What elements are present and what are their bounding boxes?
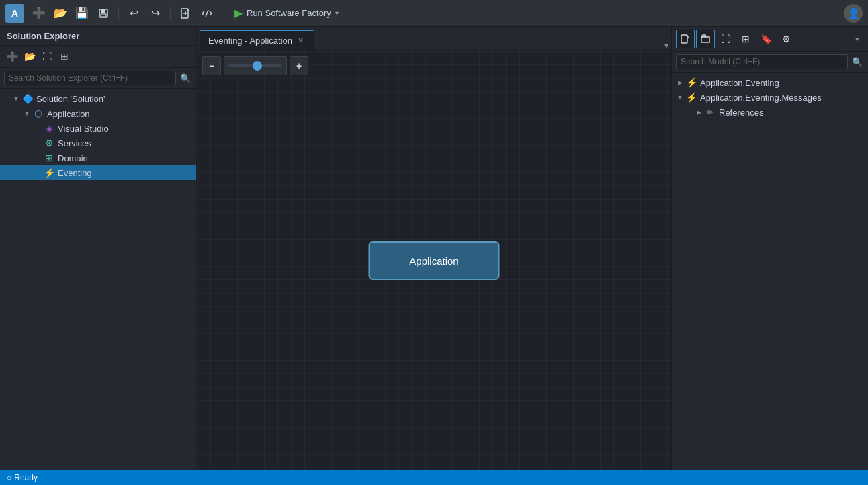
status-label: Ready — [14, 473, 38, 482]
model-fullscreen-button[interactable]: ⛶ — [716, 30, 735, 48]
tab-bar: Eventing - Application ✕ ▾ — [197, 27, 671, 51]
tab-label: Eventing - Application — [208, 36, 292, 46]
references-arrow: ▶ — [693, 107, 704, 118]
application-node-label: Application — [409, 255, 458, 267]
canvas-grid: Application — [197, 51, 671, 470]
application-node[interactable]: Application — [369, 241, 500, 280]
app-logo: A — [5, 4, 24, 23]
user-avatar[interactable]: 👤 — [844, 4, 863, 23]
model-open-button[interactable] — [696, 30, 715, 48]
tab-eventing-application[interactable]: Eventing - Application ✕ — [200, 30, 314, 50]
sidebar-search-button[interactable]: 🔍 — [179, 71, 192, 85]
services-label: Services — [58, 138, 91, 148]
svg-rect-1 — [101, 9, 105, 13]
new-item-button[interactable] — [176, 4, 195, 23]
solution-explorer-header: Solution Explorer — [0, 27, 196, 46]
services-icon: ⚙ — [43, 137, 55, 149]
save-all-button[interactable] — [94, 4, 113, 23]
toggle-expand-button[interactable]: ⛶ — [39, 48, 55, 64]
add-new-item-button[interactable]: ➕ — [4, 48, 20, 64]
app-eventing-arrow: ▶ — [675, 77, 685, 88]
eventing-icon: ⚡ — [43, 167, 55, 179]
divider-3 — [222, 7, 222, 20]
sidebar-item-visual-studio[interactable]: ◈ Visual Studio — [0, 121, 196, 136]
model-settings-button[interactable]: ⚙ — [777, 30, 795, 48]
solution-icon: 🔷 — [21, 93, 34, 105]
domain-arrow — [32, 152, 43, 163]
app-eventing-icon: ⚡ — [685, 77, 697, 89]
sidebar-item-services[interactable]: ⚙ Services — [0, 136, 196, 150]
tab-close-button[interactable]: ✕ — [296, 36, 305, 46]
center-panel: Eventing - Application ✕ ▾ − + Applicati… — [197, 27, 671, 470]
sidebar-search-input[interactable] — [4, 71, 176, 85]
right-panel-tree: ▶ ⚡ Application.Eventing ▼ ⚡ Application… — [672, 73, 868, 470]
right-search-input[interactable] — [676, 54, 848, 69]
sidebar-item-domain[interactable]: ⊞ Domain — [0, 150, 196, 165]
sidebar-item-application[interactable]: ▼ ⬡ Application — [0, 106, 196, 121]
solution-explorer-panel: Solution Explorer ➕ 📂 ⛶ ⊞ 🔍 ▼ 🔷 Solution… — [0, 27, 197, 470]
run-dropdown-arrow: ▾ — [335, 9, 339, 17]
right-panel-dropdown-button[interactable]: ▾ — [851, 32, 864, 46]
application-icon: ⬡ — [32, 107, 44, 120]
canvas-container[interactable]: − + Application — [197, 51, 671, 470]
zoom-slider-container — [224, 56, 287, 75]
zoom-out-button[interactable]: − — [202, 56, 221, 75]
svg-rect-2 — [101, 14, 106, 17]
sidebar-tree: ▼ 🔷 Solution 'Solution' ▼ ⬡ Application … — [0, 89, 196, 470]
open-button[interactable]: 📂 — [51, 4, 70, 23]
vs-icon: ◈ — [43, 122, 55, 134]
top-toolbar: A ➕ 📂 💾 ↩ ↪ ▶ Run Software Factory ▾ 👤 — [0, 0, 868, 27]
sidebar-item-solution[interactable]: ▼ 🔷 Solution 'Solution' — [0, 91, 196, 106]
run-software-factory-button[interactable]: ▶ Run Software Factory ▾ — [228, 4, 345, 22]
toolbar-right: 👤 — [844, 4, 863, 23]
redo-button[interactable]: ↪ — [146, 4, 165, 23]
references-label: References — [719, 107, 763, 118]
domain-label: Domain — [58, 153, 88, 163]
sidebar-toolbar: ➕ 📂 ⛶ ⊞ — [0, 46, 196, 68]
right-item-app-eventing[interactable]: ▶ ⚡ Application.Eventing — [672, 75, 868, 90]
solution-label: Solution 'Solution' — [36, 94, 105, 104]
model-bookmark-button[interactable]: 🔖 — [756, 30, 775, 48]
eventing-label: Eventing — [58, 168, 92, 178]
right-panel-search-bar: 🔍 — [672, 52, 868, 73]
status-icon: ○ — [7, 473, 11, 482]
svg-line-7 — [206, 10, 208, 17]
domain-icon: ⊞ — [43, 152, 55, 164]
app-eventing-messages-arrow: ▼ — [675, 92, 685, 103]
svg-rect-8 — [681, 35, 687, 43]
services-arrow — [32, 138, 43, 148]
vs-arrow — [32, 123, 43, 134]
main-content: Solution Explorer ➕ 📂 ⛶ ⊞ 🔍 ▼ 🔷 Solution… — [0, 27, 868, 470]
new-file-button[interactable]: ➕ — [30, 4, 48, 23]
save-button[interactable]: 💾 — [73, 4, 91, 23]
zoom-in-button[interactable]: + — [290, 56, 308, 75]
undo-button[interactable]: ↩ — [124, 4, 143, 23]
open-folder-button[interactable]: 📂 — [21, 48, 38, 64]
vs-label: Visual Studio — [58, 124, 109, 134]
status-bar: ○ Ready — [0, 470, 868, 485]
app-eventing-label: Application.Eventing — [700, 78, 779, 88]
code-editor-button[interactable] — [198, 4, 216, 23]
model-layout-button[interactable]: ⊞ — [736, 30, 755, 48]
solution-arrow: ▼ — [11, 93, 21, 104]
eventing-arrow — [32, 167, 43, 178]
sync-button[interactable]: ⊞ — [56, 48, 73, 64]
right-item-references[interactable]: ▶ ✏ References — [672, 105, 868, 120]
sidebar-item-eventing[interactable]: ⚡ Eventing — [0, 165, 196, 180]
sidebar-search-bar: 🔍 — [0, 68, 196, 89]
right-search-button[interactable]: 🔍 — [851, 55, 864, 69]
application-label: Application — [47, 109, 90, 119]
app-eventing-messages-icon: ⚡ — [685, 91, 697, 103]
tab-dropdown-button[interactable]: ▾ — [664, 41, 668, 50]
application-arrow: ▼ — [21, 108, 32, 119]
right-item-app-eventing-messages[interactable]: ▼ ⚡ Application.Eventing.Messages — [672, 90, 868, 105]
run-label: Run Software Factory — [247, 8, 331, 18]
divider-1 — [118, 7, 119, 20]
app-eventing-messages-label: Application.Eventing.Messages — [700, 93, 822, 103]
model-new-button[interactable] — [676, 30, 695, 48]
canvas-toolbar: − + — [202, 56, 308, 75]
references-icon: ✏ — [704, 106, 716, 118]
run-icon: ▶ — [234, 7, 243, 19]
zoom-slider[interactable] — [228, 64, 282, 67]
divider-2 — [170, 7, 171, 20]
